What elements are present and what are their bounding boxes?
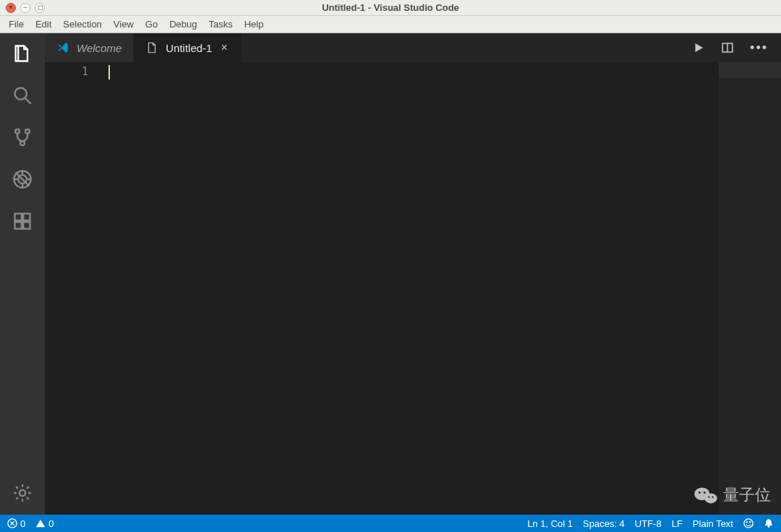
svg-point-2 bbox=[15, 129, 20, 134]
search-icon[interactable] bbox=[11, 84, 34, 107]
menu-view[interactable]: View bbox=[108, 17, 140, 31]
minimap-viewport[interactable] bbox=[719, 62, 781, 78]
status-feedback-icon[interactable] bbox=[743, 518, 754, 528]
editor-body[interactable]: 1 bbox=[45, 62, 781, 515]
split-editor-icon[interactable] bbox=[721, 41, 734, 54]
text-cursor bbox=[108, 65, 110, 80]
window-close-button[interactable]: × bbox=[6, 3, 16, 13]
debug-icon[interactable] bbox=[11, 168, 34, 191]
menu-file[interactable]: File bbox=[3, 17, 30, 31]
line-number-gutter: 1 bbox=[45, 62, 108, 515]
error-icon bbox=[7, 518, 17, 528]
status-warnings[interactable]: 0 bbox=[35, 518, 54, 529]
menu-selection[interactable]: Selection bbox=[57, 17, 107, 31]
svg-rect-15 bbox=[23, 222, 30, 228]
tab-welcome[interactable]: Welcome bbox=[45, 33, 134, 62]
activity-bar bbox=[0, 33, 45, 515]
workbench: Welcome Untitled-1 × ••• 1 bbox=[0, 33, 781, 515]
svg-marker-23 bbox=[36, 520, 45, 528]
tab-untitled-1[interactable]: Untitled-1 × bbox=[134, 33, 242, 62]
svg-rect-14 bbox=[15, 222, 22, 228]
tab-close-button[interactable]: × bbox=[219, 42, 229, 53]
menu-go[interactable]: Go bbox=[140, 17, 163, 31]
status-eol[interactable]: LF bbox=[672, 518, 683, 529]
explorer-icon[interactable] bbox=[11, 42, 34, 65]
menu-edit[interactable]: Edit bbox=[30, 17, 57, 31]
svg-point-27 bbox=[768, 525, 769, 527]
status-cursor-position[interactable]: Ln 1, Col 1 bbox=[527, 518, 573, 529]
editor-actions: ••• bbox=[692, 33, 781, 62]
line-number: 1 bbox=[45, 65, 88, 78]
svg-rect-13 bbox=[23, 214, 30, 220]
tab-welcome-label: Welcome bbox=[77, 42, 121, 54]
window-restore-button[interactable]: ◻ bbox=[35, 3, 45, 13]
more-actions-icon[interactable]: ••• bbox=[750, 41, 768, 54]
code-area[interactable] bbox=[108, 62, 719, 515]
status-warnings-count: 0 bbox=[48, 518, 54, 529]
minimap[interactable] bbox=[719, 62, 781, 515]
status-language-mode[interactable]: Plain Text bbox=[693, 518, 733, 529]
warning-icon bbox=[35, 518, 46, 528]
menu-bar: File Edit Selection View Go Debug Tasks … bbox=[0, 16, 781, 33]
status-notifications-icon[interactable] bbox=[764, 518, 774, 528]
svg-point-25 bbox=[746, 521, 748, 523]
svg-rect-12 bbox=[15, 214, 22, 220]
smiley-icon bbox=[743, 518, 754, 528]
extensions-icon[interactable] bbox=[11, 210, 34, 233]
svg-point-3 bbox=[25, 129, 30, 134]
menu-debug[interactable]: Debug bbox=[163, 17, 202, 31]
window-minimize-button[interactable]: – bbox=[20, 3, 30, 13]
svg-point-26 bbox=[749, 521, 751, 523]
menu-help[interactable]: Help bbox=[239, 17, 270, 31]
status-bar: 0 0 Ln 1, Col 1 Spaces: 4 UTF-8 LF Plain… bbox=[0, 515, 781, 532]
tab-bar: Welcome Untitled-1 × ••• bbox=[45, 33, 781, 62]
bell-icon bbox=[764, 518, 774, 528]
editor-area: Welcome Untitled-1 × ••• 1 bbox=[45, 33, 781, 515]
os-titlebar: × – ◻ Untitled-1 - Visual Studio Code bbox=[0, 0, 781, 16]
status-errors[interactable]: 0 bbox=[7, 518, 25, 529]
svg-point-24 bbox=[744, 519, 753, 528]
window-title: Untitled-1 - Visual Studio Code bbox=[322, 2, 459, 13]
status-encoding[interactable]: UTF-8 bbox=[635, 518, 662, 529]
menu-tasks[interactable]: Tasks bbox=[202, 17, 238, 31]
window-controls: × – ◻ bbox=[0, 3, 45, 13]
status-indentation[interactable]: Spaces: 4 bbox=[583, 518, 625, 529]
tab-untitled-1-label: Untitled-1 bbox=[166, 42, 212, 54]
run-icon[interactable] bbox=[692, 41, 705, 54]
source-control-icon[interactable] bbox=[11, 126, 34, 149]
settings-gear-icon[interactable] bbox=[11, 481, 34, 505]
svg-point-0 bbox=[15, 88, 27, 100]
status-errors-count: 0 bbox=[20, 518, 25, 529]
svg-point-16 bbox=[20, 490, 25, 496]
vscode-logo-icon bbox=[56, 41, 69, 54]
file-icon bbox=[145, 41, 158, 54]
svg-marker-17 bbox=[696, 43, 704, 52]
svg-line-1 bbox=[25, 98, 31, 104]
